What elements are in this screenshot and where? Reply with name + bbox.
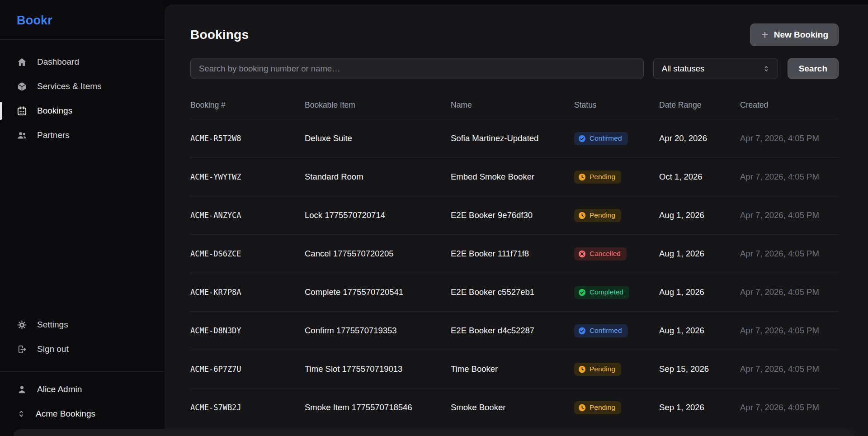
created-at: Apr 7, 2026, 4:05 PM [740,249,839,259]
sidebar-item-label: Bookings [37,106,72,116]
sidebar-nav: DashboardServices & ItemsBookingsPartner… [0,40,165,147]
new-booking-button[interactable]: New Booking [750,24,839,46]
user-block: Alice Admin Acme Bookings [0,372,165,431]
status-badge: Pending [574,171,621,184]
column-header: Bookable Item [305,100,451,110]
sidebar-item-partners[interactable]: Partners [0,123,165,147]
status-label: Pending [590,404,615,411]
status-badge: Pending [574,209,621,222]
column-header: Created [740,100,839,110]
table-row[interactable]: ACME-S7WB2JSmoke Item 1775570718546Smoke… [190,388,839,427]
date-range: Aug 1, 2026 [659,287,740,297]
bookings-table: Booking #Bookable ItemNameStatusDate Ran… [190,91,839,427]
users-icon [17,130,27,141]
booking-number: ACME-S7WB2J [190,403,305,412]
chevrons-up-down-icon [17,409,26,418]
table-header-row: Booking #Bookable ItemNameStatusDate Ran… [190,91,839,119]
sidebar: Bookr DashboardServices & ItemsBookingsP… [0,0,165,436]
active-indicator [0,102,2,120]
table-row[interactable]: ACME-YWYTWZStandard RoomEmbed Smoke Book… [190,157,839,196]
column-header: Booking # [190,100,305,110]
status-filter-select[interactable]: All statuses [653,58,778,79]
current-user[interactable]: Alice Admin [0,377,165,402]
status-label: Confirmed [590,135,622,142]
status-label: Cancelled [590,250,621,257]
column-header: Name [451,100,574,110]
status-badge: Pending [574,401,621,414]
sidebar-item-dashboard[interactable]: Dashboard [0,50,165,74]
customer-name: E2E Booker c5527eb1 [451,287,574,297]
chevrons-up-down-icon [762,65,770,73]
sidebar-item-services-items[interactable]: Services & Items [0,74,165,99]
created-at: Apr 7, 2026, 4:05 PM [740,326,839,336]
table-row[interactable]: ACME-6P7Z7UTime Slot 1775570719013Time B… [190,350,839,388]
created-at: Apr 7, 2026, 4:05 PM [740,287,839,297]
table-row[interactable]: ACME-KR7P8AComplete 1775570720541E2E Boo… [190,273,839,311]
table-row[interactable]: ACME-ANZYCALock 1775570720714E2E Booker … [190,196,839,234]
table-row[interactable]: ACME-D8N3DYConfirm 1775570719353E2E Book… [190,311,839,350]
home-icon [17,57,27,67]
status-badge: Completed [574,286,629,299]
gear-icon [17,320,27,330]
bookable-item: Cancel 1775570720205 [305,249,451,259]
sidebar-item-label: Dashboard [37,57,79,67]
check-circle-icon [578,135,586,142]
bookable-item: Complete 1775570720541 [305,287,451,297]
date-range: Oct 1, 2026 [659,172,740,182]
clock-icon [578,212,586,219]
bookable-item: Confirm 1775570719353 [305,326,451,336]
bookable-item: Standard Room [305,172,451,182]
cube-icon [17,81,27,92]
table-row[interactable]: ACME-R5T2W8Deluxe SuiteSofia Martinez-Up… [190,119,839,157]
date-range: Sep 1, 2026 [659,403,740,412]
customer-name: Embed Smoke Booker [451,172,574,182]
org-switcher[interactable]: Acme Bookings [0,402,165,426]
current-user-name: Alice Admin [37,384,82,394]
check-circle-icon [578,289,586,296]
customer-name: Smoke Booker [451,403,574,412]
table-row[interactable]: ACME-DS6ZCECancel 1775570720205E2E Booke… [190,234,839,273]
clock-icon [578,173,586,181]
date-range: Aug 1, 2026 [659,326,740,336]
status-badge: Confirmed [574,132,628,145]
created-at: Apr 7, 2026, 4:05 PM [740,403,839,412]
created-at: Apr 7, 2026, 4:05 PM [740,133,839,143]
booking-number: ACME-ANZYCA [190,211,305,220]
date-range: Aug 1, 2026 [659,210,740,220]
sidebar-item-settings[interactable]: Settings [0,313,165,337]
clock-icon [578,365,586,373]
date-range: Apr 20, 2026 [659,133,740,143]
created-at: Apr 7, 2026, 4:05 PM [740,172,839,182]
new-booking-label: New Booking [774,30,828,40]
status-badge: Cancelled [574,247,627,261]
x-circle-icon [578,250,586,258]
plus-icon [760,30,769,39]
sidebar-item-label: Partners [37,130,70,140]
booking-number: ACME-YWYTWZ [190,172,305,181]
search-input[interactable] [190,58,644,79]
sidebar-footer: SettingsSign out Alice Admin Acme Bookin… [0,313,165,436]
booking-number: ACME-DS6ZCE [190,249,305,258]
booking-number: ACME-6P7Z7U [190,365,305,374]
sidebar-item-label: Sign out [37,344,69,354]
booking-number: ACME-KR7P8A [190,288,305,297]
logout-icon [17,344,27,355]
app-logo[interactable]: Bookr [0,0,165,39]
page-title: Bookings [190,28,249,42]
search-button[interactable]: Search [788,58,839,79]
bookable-item: Smoke Item 1775570718546 [305,403,451,412]
customer-name: E2E Booker 111f71f8 [451,249,574,259]
booking-number: ACME-D8N3DY [190,326,305,335]
status-label: Completed [590,289,623,296]
sidebar-footer-nav: SettingsSign out [0,313,165,361]
sidebar-item-sign-out[interactable]: Sign out [0,337,165,361]
status-label: Pending [590,212,615,219]
status-badge: Confirmed [574,324,628,337]
column-header: Date Range [659,100,740,110]
status-badge: Pending [574,363,621,376]
sidebar-item-bookings[interactable]: Bookings [0,99,165,123]
check-circle-icon [578,327,586,335]
bookable-item: Lock 1775570720714 [305,210,451,220]
table-body: ACME-R5T2W8Deluxe SuiteSofia Martinez-Up… [190,119,839,427]
date-range: Aug 1, 2026 [659,249,740,259]
